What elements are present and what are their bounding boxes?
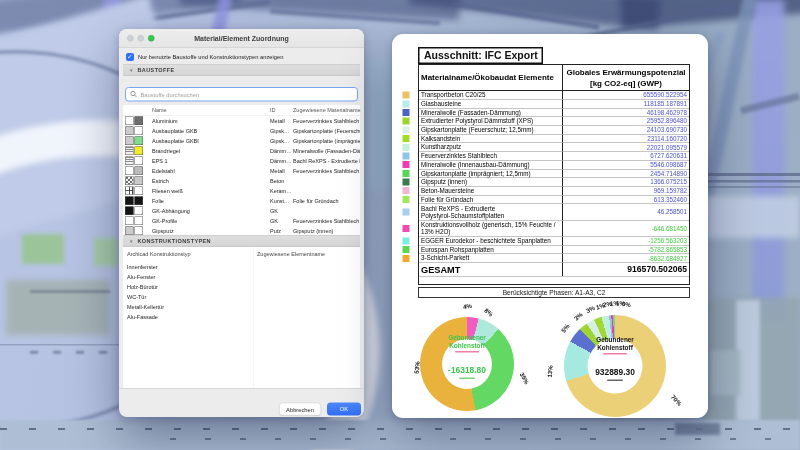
ok-button[interactable]: OK: [327, 403, 361, 416]
bg-shape: [170, 438, 800, 440]
type-row[interactable]: Alu-Fassade: [123, 312, 360, 322]
material-color-swatch: [403, 225, 410, 232]
col-header-assigned[interactable]: Zugewiesene Materialname: [293, 105, 361, 116]
material-color-swatch: [403, 208, 410, 215]
material-row[interactable]: GK-AbhängungGK: [123, 206, 360, 216]
donut-segment-label: 35%: [518, 371, 530, 385]
assigned-material: Folie für Gründach: [293, 196, 360, 206]
material-row[interactable]: GK-ProfileGKFeuerverzinktes Stahlblech: [123, 216, 360, 226]
screenshot: Material/Element Zuordnung ✓ Nur benutzt…: [0, 0, 800, 450]
assigned-material: Feuerverzinktes Stahlblech: [293, 216, 360, 226]
zoom-button[interactable]: [148, 35, 155, 42]
col-header-id[interactable]: ID: [270, 105, 276, 116]
surface-swatch: [135, 146, 144, 155]
material-row[interactable]: Ausbauplatte GKBGipsk…Gipskartonplatte (…: [123, 126, 360, 136]
minimize-button[interactable]: [138, 35, 145, 42]
dialog-title: Material/Element Zuordnung: [159, 29, 324, 48]
bg-shape: [94, 238, 118, 266]
material-id: Metall: [270, 166, 285, 176]
gwp-material-name: Gipsputz (innen): [419, 178, 563, 186]
bg-shape: [698, 186, 800, 188]
total-value: 916570.502065: [563, 263, 689, 276]
assigned-material: Gipskartonplatte (Feuerschutz…: [293, 126, 360, 136]
bg-shape: [365, 60, 395, 190]
col-header-type[interactable]: Archicad Konstruktionstyp: [127, 251, 191, 257]
gwp-value: 613.352460: [563, 195, 689, 203]
gwp-value: -8632.684927: [563, 254, 689, 262]
material-id: GK: [270, 216, 278, 226]
bg-shape: [675, 423, 720, 435]
type-row[interactable]: Metall-Kellertür: [123, 302, 360, 312]
material-row[interactable]: AluminiumMetallFeuerverzinktes Stahlblec…: [123, 116, 360, 126]
gwp-row: Mineralwolle (Innenausbau-Dämmung)5546.0…: [419, 161, 689, 170]
section-baustoffe[interactable]: ▼ BAUSTOFFE: [123, 64, 360, 76]
material-row[interactable]: GipsputzPutzGipsputz (innen): [123, 226, 360, 236]
type-row[interactable]: Holz-Bürotür: [123, 282, 360, 292]
gwp-material-name: Folie für Gründach: [419, 195, 563, 203]
type-row[interactable]: WC-Tür: [123, 292, 360, 302]
material-row[interactable]: EPS 1Dämm…Bachl ReXPS - Extrudierte Pol…: [123, 156, 360, 166]
gwp-row: Gipskartonplatte (imprägniert; 12,5mm)24…: [419, 169, 689, 178]
material-id: Metall: [270, 116, 285, 126]
dialog-titlebar[interactable]: Material/Element Zuordnung: [119, 29, 364, 48]
gwp-material-name: Mineralwolle (Innenausbau-Dämmung): [419, 161, 563, 169]
gwp-col1-header: Materialname/Ökobaudat Elemente: [419, 65, 563, 90]
gwp-value: 25952.896480: [563, 117, 689, 125]
gwp-row: Transportbeton C20/25655590.522954: [419, 91, 689, 100]
gwp-row: Bachl ReXPS - ExtrudiertePolystyrol-Scha…: [419, 204, 689, 220]
search-input[interactable]: Baustoffe durchsuchen: [125, 87, 358, 102]
gwp-row: 3-Schicht-Parkett-8632.684927: [419, 254, 689, 263]
donut-segment-label: 70%: [669, 394, 683, 408]
gwp-material-name: Transportbeton C20/25: [419, 91, 563, 99]
material-color-swatch: [403, 246, 410, 253]
material-row[interactable]: FolieKunst…Folie für Gründach: [123, 196, 360, 206]
col-header-name[interactable]: Name: [152, 105, 167, 116]
checkbox-checked-icon[interactable]: ✓: [126, 53, 134, 61]
surface-swatch: [135, 186, 144, 195]
gwp-row: Glasbausteine118185.187891: [419, 100, 689, 109]
material-id: Dämm…: [270, 156, 292, 166]
material-row[interactable]: EstrichBeton: [123, 176, 360, 186]
material-row[interactable]: Ausbauplatte GKBIGipsk…Gipskartonplatte …: [123, 136, 360, 146]
bg-shape: [6, 280, 110, 335]
bg-shape: [30, 351, 130, 354]
donut-segment-label: 5%: [560, 323, 571, 334]
material-color-swatch: [403, 255, 410, 262]
gwp-row: Kunstharzputz22021.095579: [419, 143, 689, 152]
type-row[interactable]: Alu-Fenster: [123, 272, 360, 282]
gwp-material-name: Feuerverzinktes Stahlblech: [419, 152, 563, 160]
material-id: Gipsk…: [270, 126, 290, 136]
material-row[interactable]: Fliesen weißKeram…: [123, 186, 360, 196]
material-color-swatch: [403, 100, 410, 107]
material-row[interactable]: EdelstahlMetallFeuerverzinktes Stahlblec…: [123, 166, 360, 176]
report-title: Ausschnitt: IFC Export: [418, 47, 543, 64]
close-button[interactable]: [127, 35, 134, 42]
ifc-export-report: Ausschnitt: IFC Export Materialname/Ökob…: [392, 34, 708, 418]
gwp-value: 655590.522954: [563, 91, 689, 99]
gwp-value: 2454.714890: [563, 169, 689, 177]
cut-fill-swatch: [125, 146, 134, 155]
material-name: GK-Abhängung: [152, 206, 190, 216]
col-header-element[interactable]: Zugewiesene Elementname: [257, 251, 325, 257]
material-row[interactable]: BrandriegelDämm…Mineralwolle (Fassaden-D…: [123, 146, 360, 156]
gwp-row: Gipskartonplatte (Feuerschutz; 12,5mm)24…: [419, 126, 689, 135]
section-konstruktionstypen[interactable]: ▼ KONSTRUKTIONSTYPEN: [123, 235, 360, 247]
donut-segment-label: 0%: [621, 300, 631, 308]
donut-center-text: GebundenerKohlenstoff-16318.80: [432, 334, 502, 379]
material-color-swatch: [403, 135, 410, 142]
material-color-swatch: [403, 152, 410, 159]
cut-fill-swatch: [125, 166, 134, 175]
filter-checkbox-row[interactable]: ✓ Nur benutzte Baustoffe und Konstruktio…: [126, 53, 283, 61]
type-row[interactable]: Innenfenster: [123, 262, 360, 272]
gwp-material-name: Glasbausteine: [419, 100, 563, 108]
gwp-value: 24103.690730: [563, 126, 689, 134]
gwp-row: Gipsputz (innen)1366.075215: [419, 178, 689, 187]
gwp-material-name: Gipskartonplatte (Feuerschutz; 12,5mm): [419, 126, 563, 134]
total-label: GESAMT: [419, 263, 563, 276]
gwp-value: 6727.620631: [563, 152, 689, 160]
material-color-swatch: [403, 118, 410, 125]
assigned-material: Bachl ReXPS - Extrudierte Pol…: [293, 156, 360, 166]
search-icon: [130, 91, 138, 99]
cancel-button[interactable]: Abbrechen: [279, 403, 321, 416]
assigned-material: Mineralwolle (Fassaden-Däm…: [293, 146, 360, 156]
